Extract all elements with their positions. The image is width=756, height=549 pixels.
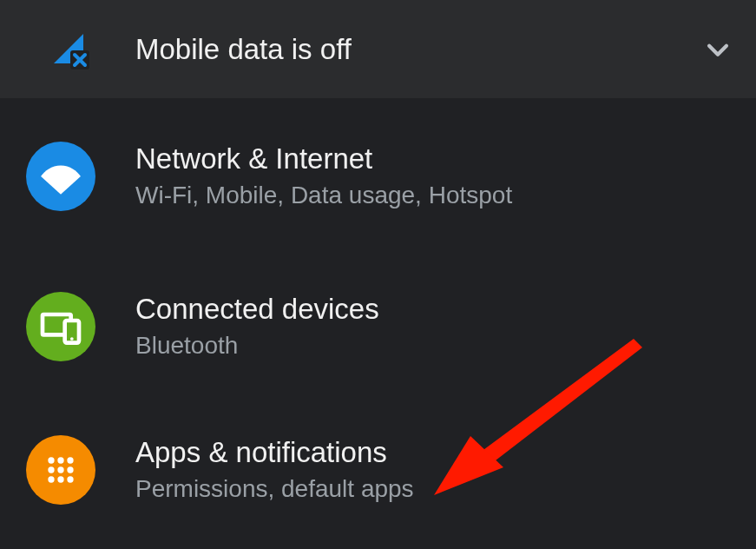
chevron-down-icon[interactable] — [700, 32, 735, 67]
svg-point-12 — [67, 466, 73, 473]
svg-point-14 — [57, 476, 63, 482]
row-subtitle: Wi-Fi, Mobile, Data usage, Hotspot — [135, 179, 512, 212]
svg-point-11 — [57, 466, 63, 473]
svg-point-15 — [67, 476, 73, 482]
apps-grid-icon — [26, 435, 95, 505]
row-subtitle: Bluetooth — [135, 329, 379, 362]
row-network-internet[interactable]: Network & Internet Wi-Fi, Mobile, Data u… — [0, 98, 756, 255]
row-title: Connected devices — [135, 291, 379, 327]
banner-title: Mobile data is off — [135, 33, 352, 66]
mobile-data-off-icon — [43, 23, 95, 76]
wifi-icon — [26, 142, 95, 211]
row-connected-devices[interactable]: Connected devices Bluetooth — [0, 255, 756, 399]
row-title: Apps & notifications — [135, 434, 414, 470]
svg-point-8 — [57, 457, 63, 463]
svg-point-10 — [48, 466, 54, 473]
svg-point-6 — [70, 337, 74, 341]
svg-point-13 — [48, 476, 54, 482]
devices-icon — [26, 292, 95, 361]
row-title: Network & Internet — [135, 141, 512, 176]
row-apps-notifications[interactable]: Apps & notifications Permissions, defaul… — [0, 399, 756, 541]
settings-list: Network & Internet Wi-Fi, Mobile, Data u… — [0, 98, 756, 541]
row-subtitle: Permissions, default apps — [135, 473, 414, 506]
svg-point-9 — [67, 457, 73, 463]
svg-point-7 — [48, 457, 54, 463]
mobile-data-banner[interactable]: Mobile data is off — [0, 0, 756, 98]
